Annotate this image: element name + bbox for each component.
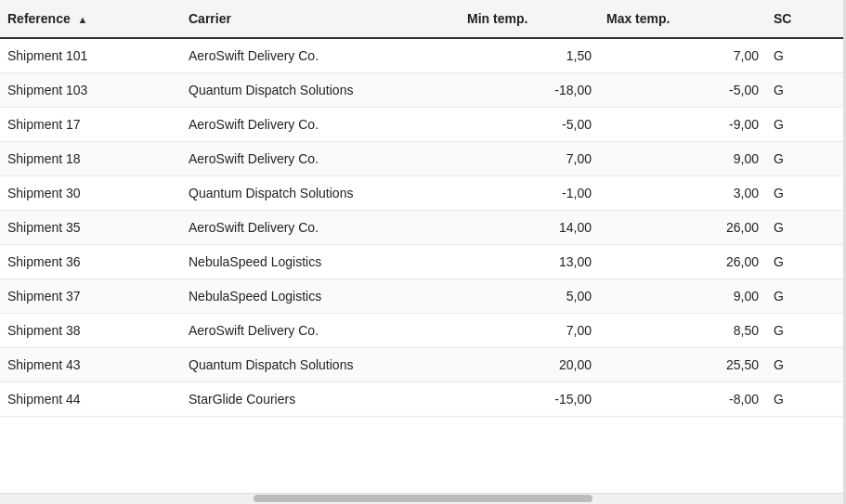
table-row[interactable]: Shipment 44StarGlide Couriers-15,00-8,00… — [0, 382, 846, 417]
cell-sc: G — [766, 382, 846, 417]
col-label-min-temp: Min temp. — [467, 11, 527, 26]
cell-min_temp: -5,00 — [460, 108, 599, 142]
col-label-sc: SC — [774, 11, 791, 26]
cell-reference: Shipment 103 — [0, 73, 181, 108]
cell-sc: G — [766, 314, 846, 348]
cell-carrier: AeroSwift Delivery Co. — [181, 314, 460, 348]
table-row[interactable]: Shipment 103Quantum Dispatch Solutions-1… — [0, 73, 846, 108]
cell-reference: Shipment 18 — [0, 142, 181, 176]
col-label-max-temp: Max temp. — [606, 11, 670, 26]
cell-max_temp: 7,00 — [599, 38, 766, 73]
cell-sc: G — [766, 108, 846, 142]
cell-carrier: AeroSwift Delivery Co. — [181, 108, 460, 142]
horizontal-scrollbar[interactable] — [0, 493, 846, 504]
cell-reference: Shipment 44 — [0, 382, 181, 417]
cell-min_temp: 7,00 — [460, 142, 599, 176]
shipments-table: Reference ▲ Carrier Min temp. Max temp. … — [0, 0, 846, 417]
table-row[interactable]: Shipment 37NebulaSpeed Logistics5,009,00… — [0, 279, 846, 314]
cell-reference: Shipment 30 — [0, 176, 181, 211]
cell-carrier: NebulaSpeed Logistics — [181, 245, 460, 279]
col-header-reference[interactable]: Reference ▲ — [0, 0, 181, 38]
cell-max_temp: 8,50 — [599, 314, 766, 348]
cell-min_temp: -15,00 — [460, 382, 599, 417]
cell-min_temp: -18,00 — [460, 73, 599, 108]
scroll-area[interactable]: Reference ▲ Carrier Min temp. Max temp. … — [0, 0, 846, 493]
cell-carrier: Quantum Dispatch Solutions — [181, 73, 460, 108]
table-row[interactable]: Shipment 35AeroSwift Delivery Co.14,0026… — [0, 211, 846, 245]
cell-min_temp: 14,00 — [460, 211, 599, 245]
cell-sc: G — [766, 142, 846, 176]
table-row[interactable]: Shipment 36NebulaSpeed Logistics13,0026,… — [0, 245, 846, 279]
cell-carrier: StarGlide Couriers — [181, 382, 460, 417]
cell-sc: G — [766, 211, 846, 245]
cell-reference: Shipment 43 — [0, 348, 181, 382]
table-container: Reference ▲ Carrier Min temp. Max temp. … — [0, 0, 846, 504]
cell-max_temp: 26,00 — [599, 245, 766, 279]
cell-sc: G — [766, 73, 846, 108]
scrollbar-thumb[interactable] — [254, 495, 592, 502]
cell-carrier: AeroSwift Delivery Co. — [181, 142, 460, 176]
cell-reference: Shipment 36 — [0, 245, 181, 279]
cell-reference: Shipment 37 — [0, 279, 181, 314]
table-row[interactable]: Shipment 18AeroSwift Delivery Co.7,009,0… — [0, 142, 846, 176]
cell-min_temp: 20,00 — [460, 348, 599, 382]
cell-sc: G — [766, 348, 846, 382]
sort-arrow-icon: ▲ — [78, 14, 88, 25]
cell-sc: G — [766, 245, 846, 279]
cell-max_temp: -8,00 — [599, 382, 766, 417]
cell-carrier: NebulaSpeed Logistics — [181, 279, 460, 314]
col-label-reference: Reference — [7, 11, 71, 26]
table-row[interactable]: Shipment 30Quantum Dispatch Solutions-1,… — [0, 176, 846, 211]
col-header-max-temp[interactable]: Max temp. — [599, 0, 766, 38]
cell-reference: Shipment 17 — [0, 108, 181, 142]
cell-max_temp: 9,00 — [599, 142, 766, 176]
cell-max_temp: -9,00 — [599, 108, 766, 142]
cell-max_temp: 3,00 — [599, 176, 766, 211]
cell-max_temp: -5,00 — [599, 73, 766, 108]
cell-sc: G — [766, 176, 846, 211]
cell-carrier: Quantum Dispatch Solutions — [181, 348, 460, 382]
cell-carrier: Quantum Dispatch Solutions — [181, 176, 460, 211]
cell-carrier: AeroSwift Delivery Co. — [181, 38, 460, 73]
cell-reference: Shipment 35 — [0, 211, 181, 245]
cell-sc: G — [766, 279, 846, 314]
cell-max_temp: 9,00 — [599, 279, 766, 314]
table-row[interactable]: Shipment 17AeroSwift Delivery Co.-5,00-9… — [0, 108, 846, 142]
cell-reference: Shipment 38 — [0, 314, 181, 348]
table-row[interactable]: Shipment 43Quantum Dispatch Solutions20,… — [0, 348, 846, 382]
table-row[interactable]: Shipment 101AeroSwift Delivery Co.1,507,… — [0, 38, 846, 73]
table-row[interactable]: Shipment 38AeroSwift Delivery Co.7,008,5… — [0, 314, 846, 348]
col-header-carrier[interactable]: Carrier — [181, 0, 460, 38]
col-header-sc[interactable]: SC — [766, 0, 846, 38]
cell-max_temp: 26,00 — [599, 211, 766, 245]
col-header-min-temp[interactable]: Min temp. — [460, 0, 599, 38]
cell-reference: Shipment 101 — [0, 38, 181, 73]
cell-sc: G — [766, 38, 846, 73]
cell-carrier: AeroSwift Delivery Co. — [181, 211, 460, 245]
cell-min_temp: 1,50 — [460, 38, 599, 73]
col-label-carrier: Carrier — [189, 11, 231, 26]
cell-min_temp: 13,00 — [460, 245, 599, 279]
cell-min_temp: 7,00 — [460, 314, 599, 348]
cell-min_temp: 5,00 — [460, 279, 599, 314]
table-header-row: Reference ▲ Carrier Min temp. Max temp. … — [0, 0, 846, 38]
cell-min_temp: -1,00 — [460, 176, 599, 211]
cell-max_temp: 25,50 — [599, 348, 766, 382]
